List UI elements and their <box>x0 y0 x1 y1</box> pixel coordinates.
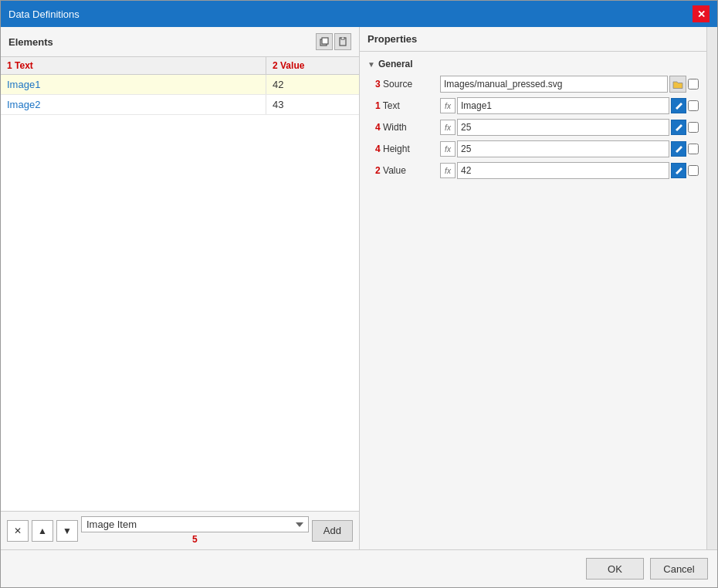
elements-table: Image1 42 Image2 43 <box>1 75 359 511</box>
text-label: 1 Text <box>375 100 437 111</box>
source-input[interactable] <box>440 76 668 93</box>
add-button[interactable]: Add <box>312 520 353 542</box>
properties-header: Properties <box>360 27 706 52</box>
text-value-area: fx <box>440 97 699 114</box>
paste-icon <box>338 37 347 46</box>
width-label: 4 Width <box>375 122 437 133</box>
step5-label: 5 <box>81 532 309 545</box>
fx-icon-height[interactable]: fx <box>440 141 456 157</box>
prop-row-source: 3 Source <box>363 73 703 95</box>
table-header: 1 Text 2 Value <box>1 57 359 75</box>
elements-header: Elements <box>1 27 359 57</box>
item-type-dropdown[interactable]: Image Item Text Item Value Item <box>81 516 309 532</box>
text-input[interactable] <box>457 97 669 114</box>
row-text: Image2 <box>1 95 266 114</box>
table-row[interactable]: Image2 43 <box>1 95 359 115</box>
copy-icon <box>320 37 329 46</box>
value-value-area: fx <box>440 162 699 179</box>
value-input[interactable] <box>457 162 669 179</box>
cancel-button[interactable]: Cancel <box>650 558 708 580</box>
edit-icon-width[interactable] <box>671 120 686 135</box>
prop-row-value: 2 Value fx <box>363 160 703 181</box>
move-down-button[interactable]: ▼ <box>56 520 78 542</box>
move-up-button[interactable]: ▲ <box>32 520 53 542</box>
table-row[interactable]: Image1 42 <box>1 75 359 95</box>
dialog-title: Data Definitions <box>8 8 80 20</box>
value-checkbox[interactable] <box>688 165 699 176</box>
source-value-area <box>440 76 699 93</box>
right-panel: Properties ▼ General 3 Source <box>360 27 706 549</box>
source-checkbox[interactable] <box>688 79 699 90</box>
source-label: 3 Source <box>375 79 437 90</box>
edit-icon-text[interactable] <box>671 98 686 113</box>
right-content: Properties ▼ General 3 Source <box>360 27 717 549</box>
properties-body: ▼ General 3 Source <box>360 52 706 549</box>
general-section-header: ▼ General <box>363 56 703 72</box>
value-label: 2 Value <box>375 165 437 176</box>
delete-button[interactable]: ✕ <box>7 520 29 542</box>
header-btn-2[interactable] <box>334 33 351 50</box>
left-panel: Elements <box>1 27 360 549</box>
width-checkbox[interactable] <box>688 122 699 133</box>
header-buttons <box>316 33 351 50</box>
general-label: General <box>378 59 413 69</box>
width-value-area: fx <box>440 119 699 136</box>
prop-row-height: 4 Height fx <box>363 138 703 160</box>
row-value: 42 <box>266 75 359 94</box>
ok-button[interactable]: OK <box>586 558 644 580</box>
col-text-header: 1 Text <box>1 57 266 74</box>
main-content: Elements <box>1 27 717 549</box>
edit-svg <box>675 123 683 132</box>
edit-svg <box>675 102 683 110</box>
source-folder-button[interactable] <box>669 76 686 93</box>
dialog-footer: OK Cancel <box>1 549 717 587</box>
fx-icon-value[interactable]: fx <box>440 163 456 178</box>
row-text: Image1 <box>1 75 266 94</box>
prop-row-text: 1 Text fx <box>363 95 703 117</box>
folder-icon <box>672 80 683 89</box>
right-scrollbar[interactable] <box>706 27 717 549</box>
close-button[interactable]: ✕ <box>693 5 710 22</box>
edit-svg <box>675 145 683 154</box>
svg-rect-1 <box>322 38 328 44</box>
edit-icon-height[interactable] <box>671 141 686 157</box>
svg-rect-3 <box>341 37 344 39</box>
row-value: 43 <box>266 95 359 114</box>
col-value-header: 2 Value <box>266 57 359 74</box>
fx-icon-width[interactable]: fx <box>440 120 456 135</box>
height-checkbox[interactable] <box>688 144 699 154</box>
text-checkbox[interactable] <box>688 100 699 111</box>
header-btn-1[interactable] <box>316 33 333 50</box>
height-label: 4 Height <box>375 144 437 154</box>
left-footer: ✕ ▲ ▼ Image Item Text Item Value Item 5 … <box>1 511 359 549</box>
prop-row-width: 4 Width fx <box>363 117 703 138</box>
edit-svg <box>675 167 683 175</box>
width-input[interactable] <box>457 119 669 136</box>
dialog: Data Definitions ✕ Elements <box>0 0 718 588</box>
section-arrow: ▼ <box>367 60 375 69</box>
fx-icon-text[interactable]: fx <box>440 98 456 113</box>
elements-title: Elements <box>8 36 53 48</box>
height-value-area: fx <box>440 140 699 157</box>
height-input[interactable] <box>457 140 669 157</box>
title-bar: Data Definitions ✕ <box>1 1 717 27</box>
edit-icon-value[interactable] <box>671 163 686 178</box>
